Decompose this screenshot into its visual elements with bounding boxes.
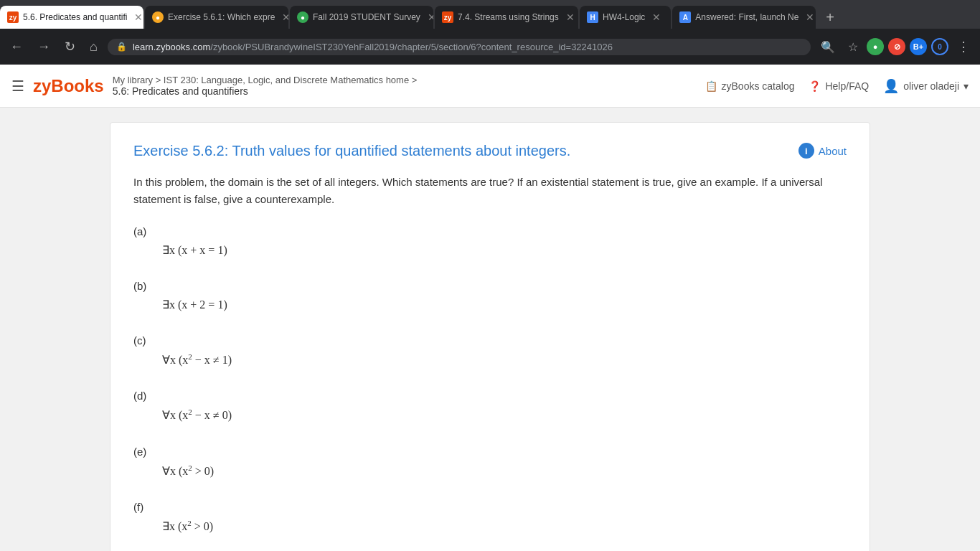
tab-answered[interactable]: A Answered: First, launch Ne ✕ [672, 6, 816, 29]
b-plus-icon[interactable]: B+ [910, 38, 927, 55]
tab1-label: 5.6. Predicates and quantifi [23, 12, 127, 22]
part-f-formula: ∃x (x2 > 0) [133, 519, 847, 533]
tab3-label: Fall 2019 STUDENT Survey [313, 12, 420, 22]
catalog-label: zyBooks catalog [722, 80, 795, 92]
address-input[interactable]: 🔒 learn.zybooks.com/zybook/PSUBrandywine… [108, 39, 811, 55]
help-label: Help/FAQ [825, 80, 869, 92]
part-a-formula: ∃x (x + x = 1) [133, 243, 847, 257]
user-label: oliver oladeji [903, 80, 959, 92]
part-a-label: (a) [133, 225, 847, 237]
tab-predicates[interactable]: zy 5.6. Predicates and quantifi ✕ [0, 6, 143, 29]
part-f-label: (f) [133, 501, 847, 513]
tab1-favicon: zy [7, 11, 19, 23]
tab-survey[interactable]: ● Fall 2019 STUDENT Survey ✕ [290, 6, 433, 29]
browser-chrome: zy 5.6. Predicates and quantifi ✕ ● Exer… [0, 0, 980, 65]
tab3-favicon: ● [297, 11, 308, 23]
breadcrumb-current: 5.6: Predicates and quantifiers [113, 85, 697, 97]
bookmark-icon[interactable]: ☆ [844, 37, 862, 57]
part-c-label: (c) [133, 334, 847, 347]
problem-part-a: (a) ∃x (x + x = 1) [133, 225, 847, 257]
address-text: learn.zybooks.com/zybook/PSUBrandywineIS… [133, 42, 802, 52]
part-e-label: (e) [133, 446, 847, 458]
tab6-favicon: A [679, 11, 691, 23]
part-b-label: (b) [133, 280, 847, 292]
new-tab-button[interactable]: + [817, 9, 843, 26]
tab2-close[interactable]: ✕ [279, 10, 288, 24]
breadcrumb: My library > IST 230: Language, Logic, a… [113, 75, 697, 97]
part-c-formula: ∀x (x2 − x ≠ 1) [133, 352, 847, 367]
part-d-label: (d) [133, 390, 847, 402]
about-button[interactable]: i About [798, 143, 847, 159]
tab-streams[interactable]: zy 7.4. Streams using Strings ✕ [435, 6, 578, 29]
user-dropdown-icon: ▾ [963, 80, 969, 92]
toolbar-right: 🔍 ☆ ● ⊘ B+ 0 ⋮ [816, 37, 974, 57]
back-button[interactable]: ← [6, 37, 27, 57]
help-button[interactable]: ❓ Help/FAQ [809, 80, 869, 92]
tab4-label: 7.4. Streams using Strings [458, 12, 559, 22]
tab3-close[interactable]: ✕ [425, 10, 433, 24]
help-icon: ❓ [809, 80, 821, 92]
zoom-icon[interactable]: 🔍 [816, 37, 839, 57]
refresh-button[interactable]: ↻ [60, 36, 80, 57]
problem-part-d: (d) ∀x (x2 − x ≠ 0) [133, 390, 847, 422]
tab-exercise561[interactable]: ● Exercise 5.6.1: Which expre ✕ [145, 6, 288, 29]
user-avatar-icon: 👤 [883, 78, 899, 94]
tab5-close[interactable]: ✕ [649, 10, 664, 24]
tab2-favicon: ● [152, 11, 164, 23]
part-e-formula: ∀x (x2 > 0) [133, 463, 847, 478]
problem-part-c: (c) ∀x (x2 − x ≠ 1) [133, 334, 847, 367]
counter-icon[interactable]: 0 [931, 38, 948, 55]
user-menu[interactable]: 👤 oliver oladeji ▾ [883, 78, 969, 94]
part-d-formula: ∀x (x2 − x ≠ 0) [133, 408, 847, 422]
menu-dots[interactable]: ⋮ [953, 37, 974, 56]
tab4-close[interactable]: ✕ [563, 10, 578, 24]
main-content: Exercise 5.6.2: Truth values for quantif… [0, 108, 980, 551]
info-icon: i [798, 143, 814, 159]
breadcrumb-top: My library > IST 230: Language, Logic, a… [113, 75, 697, 85]
part-b-formula: ∃x (x + 2 = 1) [133, 298, 847, 311]
header-actions: 📋 zyBooks catalog ❓ Help/FAQ 👤 oliver ol… [705, 78, 969, 94]
catalog-icon: 📋 [705, 80, 717, 92]
content-wrapper: Exercise 5.6.2: Truth values for quantif… [95, 122, 885, 551]
tab2-label: Exercise 5.6.1: Which expre [168, 12, 275, 22]
tab6-close[interactable]: ✕ [803, 10, 816, 24]
forward-button[interactable]: → [33, 37, 55, 57]
exercise-header: Exercise 5.6.2: Truth values for quantif… [133, 143, 847, 159]
tab1-close[interactable]: ✕ [131, 10, 143, 24]
address-bar: ← → ↻ ⌂ 🔒 learn.zybooks.com/zybook/PSUBr… [0, 29, 980, 65]
tab5-label: HW4-Logic [603, 12, 645, 22]
problem-part-f: (f) ∃x (x2 > 0) [133, 501, 847, 533]
avatar-green[interactable]: ● [867, 38, 884, 55]
hamburger-menu[interactable]: ☰ [11, 77, 24, 95]
tab6-label: Answered: First, launch Ne [695, 12, 798, 22]
exercise-card: Exercise 5.6.2: Truth values for quantif… [110, 122, 870, 551]
lock-icon: 🔒 [116, 42, 127, 52]
tab4-favicon: zy [442, 11, 453, 23]
app-header: ☰ zyBooks My library > IST 230: Language… [0, 65, 980, 108]
tab5-favicon: H [587, 11, 598, 23]
problem-description: In this problem, the domain is the set o… [133, 174, 847, 208]
problem-part-e: (e) ∀x (x2 > 0) [133, 446, 847, 478]
problem-part-b: (b) ∃x (x + 2 = 1) [133, 280, 847, 311]
about-label: About [819, 145, 847, 157]
tab-bar: zy 5.6. Predicates and quantifi ✕ ● Exer… [0, 0, 980, 29]
exercise-title: Exercise 5.6.2: Truth values for quantif… [133, 143, 570, 159]
tab-hw4[interactable]: H HW4-Logic ✕ [580, 6, 671, 29]
zybooks-logo[interactable]: zyBooks [33, 76, 104, 96]
home-button[interactable]: ⌂ [85, 37, 102, 57]
shield-red[interactable]: ⊘ [888, 38, 905, 55]
catalog-button[interactable]: 📋 zyBooks catalog [705, 80, 795, 92]
